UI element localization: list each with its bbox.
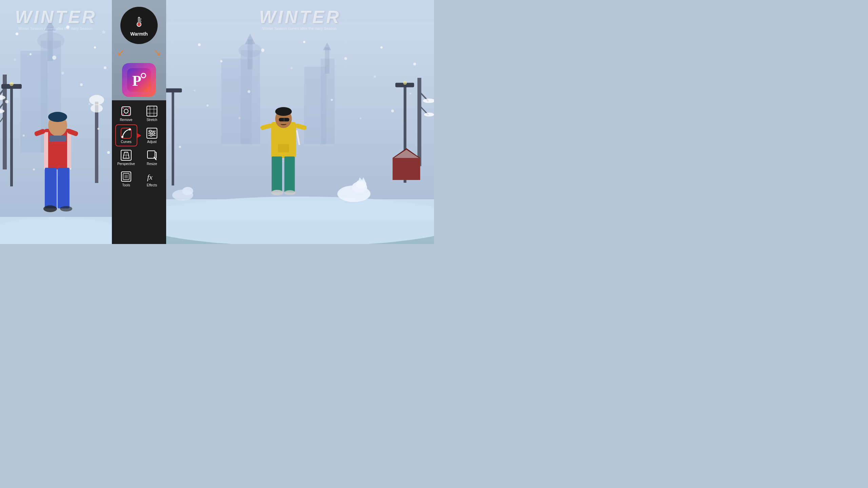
effects-label: Effects: [147, 183, 157, 187]
svg-rect-129: [272, 157, 282, 192]
svg-text:❄: ❄: [238, 116, 241, 120]
svg-point-29: [48, 112, 67, 122]
effects-tool[interactable]: fx Effects: [141, 168, 163, 189]
svg-point-152: [380, 46, 383, 49]
svg-point-138: [271, 190, 283, 195]
svg-rect-87: [150, 134, 152, 136]
svg-rect-104: [166, 199, 434, 221]
svg-rect-58: [139, 18, 140, 23]
right-arrow: ↘: [153, 47, 161, 58]
svg-point-41: [29, 53, 32, 55]
svg-rect-2: [0, 217, 112, 244]
svg-rect-17: [95, 102, 98, 183]
perspective-icon: [120, 149, 132, 161]
svg-rect-114: [417, 78, 421, 166]
curves-tool[interactable]: Curves: [115, 124, 137, 146]
svg-point-142: [356, 180, 367, 189]
svg-rect-100: [124, 175, 128, 178]
svg-text:❄: ❄: [290, 66, 293, 70]
svg-point-149: [261, 48, 264, 52]
thermometer-icon: [132, 14, 146, 30]
svg-text:❄: ❄: [359, 117, 362, 120]
remove-tool[interactable]: Remove: [115, 103, 137, 124]
curves-icon: [120, 127, 132, 139]
perspective-tool[interactable]: Perspective: [115, 147, 137, 168]
svg-rect-26: [45, 168, 57, 208]
stretch-tool[interactable]: Stretch: [141, 103, 163, 124]
svg-point-80: [129, 128, 131, 130]
svg-point-157: [391, 109, 394, 112]
picsart-logo[interactable]: P: [122, 63, 156, 97]
adjust-label: Adjust: [147, 140, 157, 144]
svg-rect-124: [393, 158, 420, 180]
tool-row-4: Tools fx Effects: [113, 168, 165, 189]
left-arrow: ↙: [117, 47, 125, 58]
resize-icon: [146, 149, 158, 161]
toolbar-top-section: Warmth ↙ ↘ P: [112, 0, 166, 100]
warmth-badge[interactable]: Warmth: [120, 7, 158, 44]
svg-text:❄: ❄: [61, 71, 64, 76]
remove-label: Remove: [120, 118, 132, 122]
svg-rect-130: [284, 157, 295, 192]
svg-point-7: [37, 32, 64, 49]
svg-rect-25: [67, 132, 71, 169]
tools-tool[interactable]: Tools: [115, 168, 137, 189]
svg-point-139: [284, 190, 296, 195]
perspective-label: Perspective: [117, 162, 135, 166]
svg-point-146: [182, 187, 193, 195]
arrows-container: ↙ ↘: [117, 47, 161, 58]
svg-rect-112: [325, 47, 329, 74]
svg-point-50: [52, 56, 56, 60]
right-winter-title: WINTER: [259, 7, 341, 27]
curves-red-arrow: [137, 133, 141, 138]
svg-point-155: [248, 90, 250, 93]
resize-tool[interactable]: Resize: [141, 147, 163, 168]
svg-point-71: [122, 114, 124, 115]
left-winter-title: WINTER: [15, 7, 97, 27]
svg-point-46: [80, 83, 83, 86]
svg-rect-128: [278, 144, 289, 152]
svg-point-158: [179, 146, 181, 148]
svg-point-48: [97, 128, 99, 130]
svg-rect-102: [166, 23, 434, 221]
svg-point-18: [89, 95, 104, 105]
svg-point-121: [403, 81, 407, 85]
stretch-icon: [146, 105, 158, 117]
svg-point-59: [137, 23, 141, 26]
svg-text:P: P: [132, 73, 141, 89]
left-photo-panel: ❄ ❄ ❄ ❄ WINTER Winter Season comes after…: [0, 0, 112, 244]
svg-text:❄: ❄: [373, 75, 376, 79]
svg-point-34: [60, 206, 72, 211]
svg-text:❄: ❄: [88, 103, 91, 106]
stretch-label: Stretch: [146, 118, 157, 122]
right-winter-subtitle: Winter Season comes after the rainy Seas…: [262, 26, 337, 30]
svg-point-147: [198, 43, 201, 46]
svg-point-109: [238, 43, 261, 57]
svg-rect-30: [49, 136, 66, 142]
svg-rect-123: [166, 88, 182, 93]
svg-point-70: [129, 107, 130, 109]
svg-point-44: [104, 66, 106, 69]
svg-rect-24: [44, 132, 48, 169]
toolbar-bottom-section: Remove Stretch: [112, 100, 166, 244]
curves-label: Curves: [121, 140, 132, 144]
svg-point-40: [16, 33, 18, 35]
svg-rect-14: [10, 85, 13, 186]
adjust-tool[interactable]: Adjust: [141, 125, 163, 146]
tool-row-2: Curves Adjust: [113, 124, 165, 146]
svg-point-150: [303, 41, 305, 43]
svg-rect-73: [147, 106, 157, 116]
svg-point-79: [121, 136, 123, 138]
svg-point-66: [142, 74, 145, 77]
svg-rect-86: [153, 132, 154, 134]
svg-rect-122: [172, 89, 174, 185]
svg-point-118: [424, 113, 434, 116]
svg-text:❄: ❄: [14, 58, 16, 62]
svg-point-19: [91, 104, 103, 113]
right-photo-panel: ❄ ❄ ❄ ❄ ❄ ❄ WINTER Winter Season comes a…: [166, 0, 434, 244]
remove-icon: [120, 105, 132, 117]
svg-point-45: [5, 100, 8, 103]
tools-label: Tools: [122, 183, 130, 187]
svg-point-43: [94, 46, 96, 48]
svg-point-69: [122, 107, 124, 109]
